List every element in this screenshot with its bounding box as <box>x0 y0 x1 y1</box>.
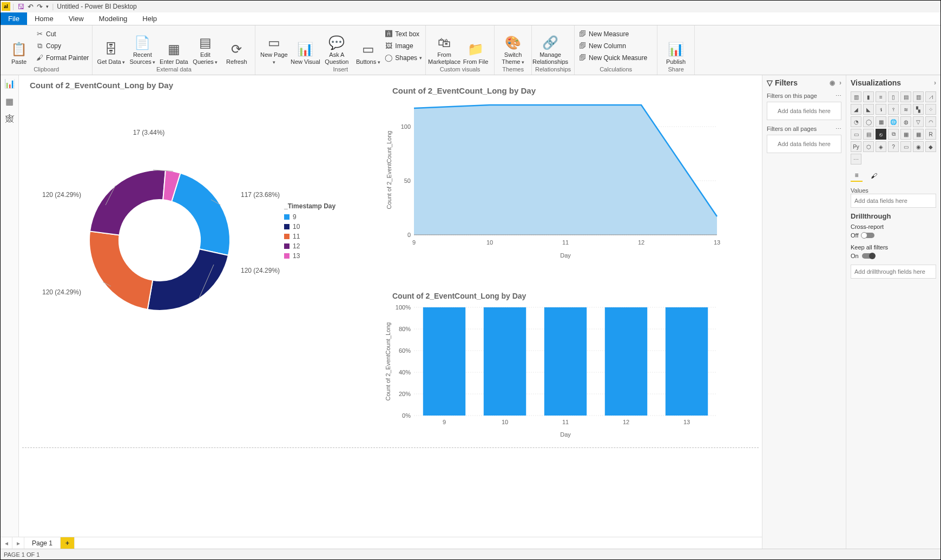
relationships-icon: 🔗 <box>542 35 558 50</box>
format-painter-button[interactable]: 🖌Format Painter <box>35 53 89 64</box>
viz-powerapps[interactable]: ◆ <box>925 141 936 152</box>
bar-visual[interactable]: Count of 2_EventCount_Long by Day 0%20%4… <box>381 292 728 443</box>
more-icon[interactable]: ⋯ <box>835 93 841 100</box>
viz-area[interactable]: ◢ <box>851 104 861 115</box>
viz-key-influencers[interactable]: ⬡ <box>863 141 874 152</box>
expand-right-icon[interactable]: › <box>934 79 936 87</box>
new-page-button[interactable]: ▭New Page <box>259 28 289 65</box>
viz-stacked-area[interactable]: ◣ <box>863 104 874 115</box>
qat-dropdown-icon[interactable]: ▾ <box>46 4 49 9</box>
viz-pie[interactable]: ◔ <box>851 116 861 127</box>
page-next-button[interactable]: ▸ <box>12 537 24 549</box>
viz-line-clustered[interactable]: ⫯ <box>888 104 899 115</box>
redo-icon[interactable]: ↷ <box>37 3 43 11</box>
text-box-button[interactable]: 🅰Text box <box>384 29 419 40</box>
tab-home[interactable]: Home <box>27 12 61 25</box>
save-icon[interactable]: 🖫 <box>17 3 24 11</box>
buttons-button[interactable]: ▭Buttons <box>353 28 383 65</box>
viz-slicer[interactable]: ⧉ <box>888 129 899 140</box>
new-quick-measure-button[interactable]: 🗐New Quick Measure <box>578 53 647 64</box>
viz-stacked-column[interactable]: ▮ <box>863 91 874 102</box>
from-marketplace-button[interactable]: 🛍From Marketplace <box>429 28 459 65</box>
viz-matrix[interactable]: ▦ <box>913 129 924 140</box>
image-button[interactable]: 🖼Image <box>384 41 413 52</box>
expand-right-icon[interactable]: › <box>839 79 841 87</box>
fields-tab-icon[interactable]: ≡ <box>851 170 863 182</box>
values-well[interactable]: Add data fields here <box>851 194 936 208</box>
more-icon[interactable]: ⋯ <box>835 126 841 133</box>
viz-scatter[interactable]: ⁘ <box>925 104 936 115</box>
tab-help[interactable]: Help <box>135 12 164 25</box>
paste-button[interactable]: 📋Paste <box>4 28 34 65</box>
page-prev-button[interactable]: ◂ <box>1 537 12 549</box>
edit-queries-button[interactable]: ▤Edit Queries <box>190 28 220 65</box>
cut-button[interactable]: ✂Cut <box>35 29 56 40</box>
donut-visual[interactable]: Count of 2_EventCount_Long by Day 117 (2… <box>30 81 376 373</box>
viz-treemap[interactable]: ▦ <box>876 116 886 127</box>
viz-r[interactable]: R <box>925 129 936 140</box>
viz-line[interactable]: ⩘ <box>925 91 936 102</box>
viz-kpi[interactable]: ⎋ <box>876 129 886 140</box>
svg-text:117 (23.68%): 117 (23.68%) <box>241 191 280 199</box>
viz-table[interactable]: ▦ <box>900 129 911 140</box>
drillthrough-well[interactable]: Add drillthrough fields here <box>851 265 936 279</box>
report-view-icon[interactable]: 📊 <box>4 78 15 89</box>
data-view-icon[interactable]: ▦ <box>5 96 14 107</box>
viz-donut[interactable]: ◯ <box>863 116 874 127</box>
svg-text:100%: 100% <box>396 305 411 311</box>
new-visual-button[interactable]: 📊New Visual <box>290 28 320 65</box>
tab-view[interactable]: View <box>61 12 91 25</box>
model-view-icon[interactable]: 🕸 <box>5 114 14 124</box>
viz-clustered-bar[interactable]: ≡ <box>876 91 886 102</box>
viz-line-column[interactable]: ⫮ <box>876 104 886 115</box>
page-tab-1[interactable]: Page 1 <box>24 537 61 549</box>
manage-relationships-button[interactable]: 🔗Manage Relationships <box>535 28 565 65</box>
copy-button[interactable]: ⧉Copy <box>35 41 61 52</box>
viz-arcgis[interactable]: ◉ <box>913 141 924 152</box>
refresh-button[interactable]: ⟳Refresh <box>221 28 252 65</box>
viz-more[interactable]: ⋯ <box>851 154 861 164</box>
enter-data-button[interactable]: ▦Enter Data <box>159 28 189 65</box>
report-canvas[interactable]: Count of 2_EventCount_Long by Day 117 (2… <box>19 75 762 539</box>
viz-gauge[interactable]: ◠ <box>925 116 936 127</box>
shapes-button[interactable]: ◯Shapes <box>384 53 422 64</box>
keep-filters-toggle[interactable] <box>862 253 875 259</box>
undo-icon[interactable]: ↶ <box>28 3 34 11</box>
viz-clustered-column[interactable]: ▯ <box>888 91 899 102</box>
viz-stacked-bar[interactable]: ▥ <box>851 91 861 102</box>
area-visual[interactable]: Count of 2_EventCount_Long by Day 050100… <box>381 86 728 265</box>
tab-file[interactable]: File <box>1 12 27 25</box>
viz-py[interactable]: Py <box>851 141 861 152</box>
status-text: PAGE 1 OF 1 <box>4 551 40 558</box>
tab-modeling[interactable]: Modeling <box>91 12 135 25</box>
new-measure-button[interactable]: 🗐New Measure <box>578 29 629 40</box>
viz-card[interactable]: ▭ <box>851 129 861 140</box>
drillthrough-header: Drillthrough <box>851 212 936 220</box>
viz-funnel[interactable]: ▽ <box>913 116 924 127</box>
page-add-button[interactable]: + <box>61 537 75 549</box>
ask-question-button[interactable]: 💬Ask A Question <box>321 28 352 65</box>
viz-paginated[interactable]: ▭ <box>900 141 911 152</box>
eye-icon[interactable]: ◉ <box>830 79 835 87</box>
filters-on-page-well[interactable]: Add data fields here <box>767 102 841 120</box>
cross-report-toggle[interactable] <box>861 233 874 238</box>
format-tab-icon[interactable]: 🖌 <box>868 170 880 182</box>
from-file-button[interactable]: 📁From File <box>460 28 491 65</box>
new-column-button[interactable]: 🗐New Column <box>578 41 626 52</box>
donut-title: Count of 2_EventCount_Long by Day <box>30 81 376 90</box>
viz-ribbon[interactable]: ≋ <box>900 104 911 115</box>
recent-sources-button[interactable]: 📄Recent Sources <box>127 28 157 65</box>
svg-rect-38 <box>484 307 526 416</box>
viz-100-bar[interactable]: ▤ <box>900 91 911 102</box>
switch-theme-button[interactable]: 🎨Switch Theme <box>498 28 528 65</box>
viz-map[interactable]: 🌐 <box>888 116 899 127</box>
publish-button[interactable]: 📊Publish <box>661 28 691 65</box>
viz-100-column[interactable]: ▥ <box>913 91 924 102</box>
viz-qna[interactable]: ? <box>888 141 899 152</box>
viz-waterfall[interactable]: ▚ <box>913 104 924 115</box>
viz-filled-map[interactable]: ◍ <box>900 116 911 127</box>
filters-on-all-well[interactable]: Add data fields here <box>767 135 841 153</box>
viz-decomposition[interactable]: ◈ <box>876 141 886 152</box>
get-data-button[interactable]: 🗄Get Data <box>96 28 126 65</box>
viz-multi-card[interactable]: ▤ <box>863 129 874 140</box>
